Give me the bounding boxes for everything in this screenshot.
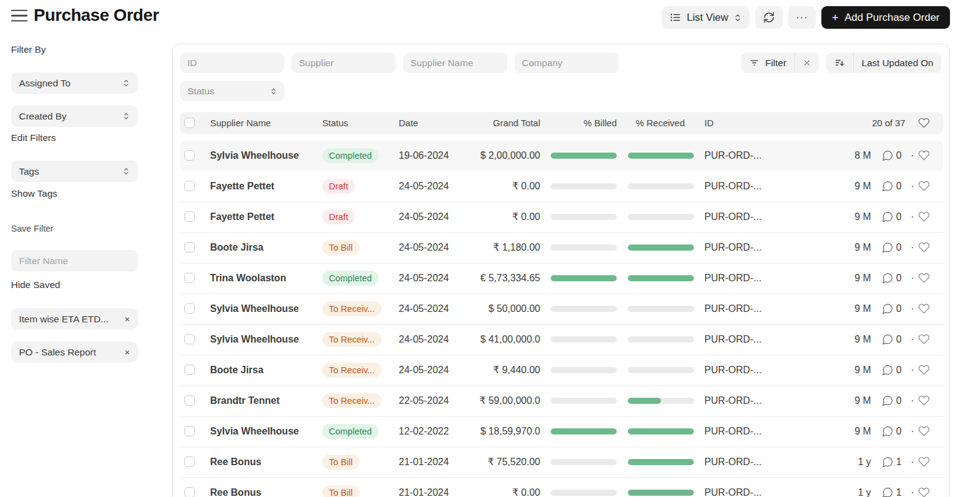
select-all-checkbox[interactable]	[184, 118, 195, 128]
supplier-name-link[interactable]: Sylvia Wheelhouse	[210, 324, 299, 355]
filter-name-input[interactable]	[11, 250, 138, 271]
comment-icon[interactable]	[881, 487, 894, 497]
supplier-name-link[interactable]: Ree Bonus	[210, 447, 262, 477]
sort-field-button[interactable]: Last Updated On	[853, 53, 941, 73]
like-icon[interactable]	[918, 456, 930, 468]
supplier-name-filter-input[interactable]	[403, 53, 507, 73]
table-row[interactable]: Fayette PettetDraft24-05-2024₹ 0.00PUR-O…	[180, 202, 943, 232]
like-icon[interactable]	[918, 487, 930, 497]
id-cell[interactable]: PUR-ORD-...	[704, 171, 761, 202]
like-icon[interactable]	[918, 241, 930, 253]
table-row[interactable]: Trina WoolastonCompleted24-05-2024€ 5,73…	[180, 263, 943, 294]
saved-filter-item-eta-etd[interactable]: Item wise ETA ETD... ×	[11, 308, 138, 330]
menu-icon[interactable]	[11, 10, 28, 21]
col-percent-billed[interactable]: % Billed	[526, 112, 617, 134]
row-checkbox[interactable]	[184, 150, 195, 161]
row-checkbox[interactable]	[184, 242, 195, 252]
company-filter-input[interactable]	[514, 53, 619, 73]
supplier-name-link[interactable]: Sylvia Wheelhouse	[210, 416, 299, 447]
row-checkbox[interactable]	[184, 457, 195, 467]
list-view-button[interactable]: List View	[662, 6, 750, 29]
comment-icon[interactable]	[881, 395, 894, 407]
supplier-name-link[interactable]: Fayette Pettet	[210, 202, 274, 232]
id-cell[interactable]: PUR-ORD-...	[704, 324, 761, 355]
supplier-name-link[interactable]: Brandtr Tennet	[210, 385, 279, 416]
like-filter-icon[interactable]	[918, 117, 930, 129]
supplier-name-link[interactable]: Sylvia Wheelhouse	[210, 294, 299, 324]
row-checkbox[interactable]	[184, 181, 195, 191]
comment-icon[interactable]	[881, 241, 894, 254]
assigned-to-select[interactable]: Assigned To	[11, 72, 138, 94]
id-cell[interactable]: PUR-ORD-...	[704, 447, 761, 477]
table-row[interactable]: Brandtr TennetTo Receiv...22-05-2024₹ 59…	[180, 385, 943, 416]
edit-filters-link[interactable]: Edit Filters	[11, 132, 172, 143]
add-purchase-order-button[interactable]: + Add Purchase Order	[821, 6, 950, 29]
supplier-name-link[interactable]: Fayette Pettet	[210, 171, 274, 202]
col-date[interactable]: Date	[399, 112, 418, 134]
comment-icon[interactable]	[881, 456, 894, 468]
supplier-name-link[interactable]: Sylvia Wheelhouse	[210, 140, 299, 171]
table-row[interactable]: Fayette PettetDraft24-05-2024₹ 0.00PUR-O…	[180, 171, 943, 202]
comment-icon[interactable]	[881, 303, 894, 315]
table-row[interactable]: Ree BonusTo Bill21-01-2024₹ 0.00PUR-ORD-…	[180, 477, 943, 497]
table-row[interactable]: Sylvia WheelhouseTo Receiv...24-05-2024$…	[180, 294, 943, 324]
comment-icon[interactable]	[881, 425, 894, 438]
id-cell[interactable]: PUR-ORD-...	[704, 355, 761, 385]
hide-saved-link[interactable]: Hide Saved	[11, 279, 172, 290]
comment-icon[interactable]	[881, 364, 894, 376]
saved-filter-item-po-sales[interactable]: PO - Sales Report ×	[11, 341, 138, 363]
col-supplier-name[interactable]: Supplier Name	[210, 112, 271, 134]
id-cell[interactable]: PUR-ORD-...	[704, 477, 761, 497]
row-checkbox[interactable]	[184, 487, 195, 497]
refresh-button[interactable]	[755, 6, 783, 29]
comment-icon[interactable]	[881, 333, 894, 346]
show-tags-link[interactable]: Show Tags	[11, 188, 172, 199]
like-icon[interactable]	[918, 211, 930, 222]
sort-direction-button[interactable]	[826, 53, 853, 73]
status-filter-select[interactable]: Status	[180, 81, 284, 101]
like-icon[interactable]	[918, 150, 930, 161]
id-cell[interactable]: PUR-ORD-...	[704, 263, 761, 294]
like-icon[interactable]	[918, 272, 930, 284]
tags-select[interactable]: Tags	[11, 161, 138, 182]
row-checkbox[interactable]	[184, 273, 195, 283]
table-row[interactable]: Boote JirsaTo Bill24-05-2024₹ 1,180.00PU…	[180, 232, 943, 263]
more-menu-button[interactable]: ···	[788, 6, 816, 29]
id-filter-input[interactable]	[180, 53, 284, 73]
supplier-name-link[interactable]: Boote Jirsa	[210, 232, 263, 263]
supplier-filter-input[interactable]	[292, 53, 396, 73]
row-checkbox[interactable]	[184, 395, 195, 406]
supplier-name-link[interactable]: Ree Bonus	[210, 477, 262, 497]
like-icon[interactable]	[918, 395, 930, 406]
table-row[interactable]: Sylvia WheelhouseCompleted12-02-2022$ 18…	[180, 416, 943, 447]
table-row[interactable]: Boote JirsaTo Receiv...24-05-2024₹ 9,440…	[180, 355, 943, 385]
table-row[interactable]: Ree BonusTo Bill21-01-2024₹ 75,520.00PUR…	[180, 447, 943, 477]
col-id[interactable]: ID	[704, 112, 714, 134]
id-cell[interactable]: PUR-ORD-...	[704, 140, 761, 171]
filter-button[interactable]: Filter	[741, 53, 794, 73]
comment-icon[interactable]	[881, 180, 894, 192]
row-checkbox[interactable]	[184, 211, 195, 222]
comment-icon[interactable]	[881, 272, 894, 284]
table-row[interactable]: Sylvia WheelhouseTo Receiv...24-05-2024$…	[180, 324, 943, 355]
row-checkbox[interactable]	[184, 426, 195, 436]
col-percent-received[interactable]: % Received	[636, 112, 685, 134]
id-cell[interactable]: PUR-ORD-...	[704, 294, 761, 324]
id-cell[interactable]: PUR-ORD-...	[704, 416, 761, 447]
like-icon[interactable]	[918, 303, 930, 314]
like-icon[interactable]	[918, 180, 930, 192]
table-row[interactable]: Sylvia WheelhouseCompleted19-06-2024$ 2,…	[180, 140, 943, 171]
comment-icon[interactable]	[881, 211, 894, 223]
row-checkbox[interactable]	[184, 365, 195, 375]
id-cell[interactable]: PUR-ORD-...	[704, 385, 761, 416]
row-checkbox[interactable]	[184, 334, 195, 344]
id-cell[interactable]: PUR-ORD-...	[704, 202, 761, 232]
like-icon[interactable]	[918, 364, 930, 376]
supplier-name-link[interactable]: Boote Jirsa	[210, 355, 263, 385]
supplier-name-link[interactable]: Trina Woolaston	[210, 263, 286, 294]
created-by-select[interactable]: Created By	[11, 105, 138, 127]
col-status[interactable]: Status	[322, 112, 349, 134]
row-checkbox[interactable]	[184, 303, 195, 314]
remove-filter-icon[interactable]: ×	[124, 314, 130, 324]
like-icon[interactable]	[918, 425, 930, 437]
